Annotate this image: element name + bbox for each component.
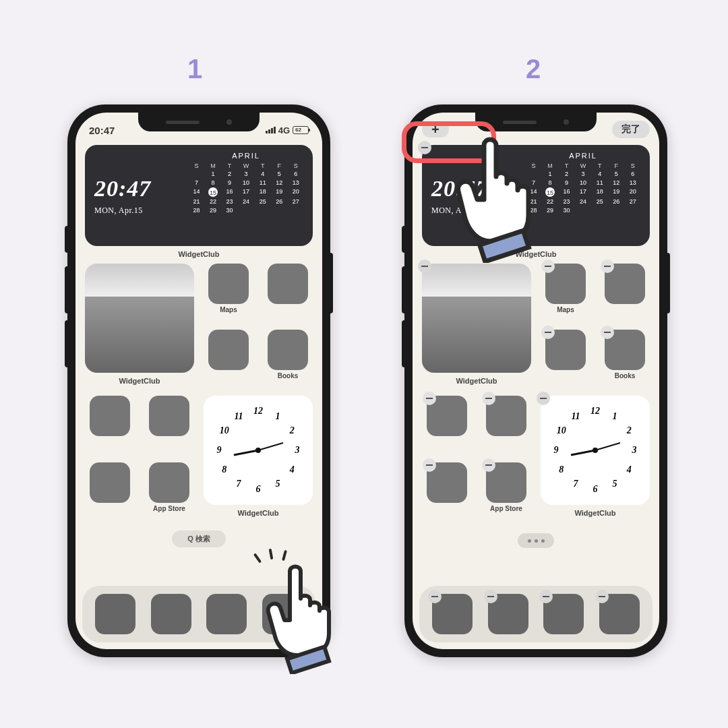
network-label: 4G — [278, 125, 290, 135]
widget-label-clock: WidgetClub — [204, 509, 313, 517]
dock-app-3[interactable] — [543, 594, 584, 634]
svg-line-4 — [571, 450, 595, 455]
app-icon-1[interactable] — [600, 264, 650, 324]
pointer-hand-icon — [445, 135, 559, 263]
delete-badge-icon[interactable] — [541, 326, 555, 339]
delete-badge-icon[interactable] — [482, 392, 495, 405]
app-books[interactable]: Books — [263, 330, 313, 390]
app-books[interactable]: Books — [600, 330, 650, 390]
app-appstore[interactable]: App Store — [144, 462, 194, 522]
svg-line-1 — [234, 450, 258, 455]
widget-time: 20:47 — [94, 176, 182, 202]
photo-widget-large[interactable] — [85, 264, 194, 373]
svg-line-2 — [258, 443, 283, 450]
page-dots[interactable] — [518, 533, 554, 548]
widget-date: MON, Apr.15 — [94, 206, 182, 216]
app-maps[interactable]: Maps — [541, 264, 590, 324]
app-icon-4[interactable] — [481, 396, 531, 456]
widget-label-photo: WidgetClub — [422, 377, 531, 385]
dock-app-2[interactable] — [151, 594, 191, 634]
delete-badge-icon[interactable] — [428, 590, 442, 603]
delete-badge-icon[interactable] — [484, 590, 497, 603]
calendar-widget[interactable]: 20:47 MON, Apr.15 APRIL SMTWTFS 123456 7… — [85, 145, 313, 246]
app-icon-5[interactable] — [422, 462, 472, 522]
clock-widget[interactable]: 121234567891011 — [541, 396, 650, 505]
app-icon-4[interactable] — [144, 396, 194, 456]
app-icon-3[interactable] — [85, 396, 135, 456]
clock-widget[interactable]: 121234567891011 — [204, 396, 313, 505]
widget-month: APRIL — [189, 152, 303, 160]
dock-app-1[interactable] — [432, 594, 473, 634]
pointer-hand-icon — [256, 559, 357, 674]
app-icon-5[interactable] — [85, 462, 135, 522]
done-button[interactable]: 完了 — [612, 121, 650, 138]
battery-icon: 62 — [293, 126, 309, 134]
status-time: 20:47 — [89, 125, 115, 136]
dock — [419, 586, 653, 642]
notch — [138, 113, 260, 131]
delete-badge-icon[interactable] — [539, 590, 553, 603]
photo-widget-large[interactable] — [422, 264, 531, 373]
delete-badge-icon[interactable] — [601, 326, 614, 339]
app-maps[interactable]: Maps — [204, 264, 253, 324]
calendar-grid: SMTWTFS 123456 78910111213 1415161718192… — [189, 162, 303, 214]
app-appstore[interactable]: App Store — [481, 462, 531, 522]
dock-app-3[interactable] — [206, 594, 247, 634]
app-icon-2[interactable] — [204, 330, 253, 390]
delete-badge-icon[interactable] — [595, 590, 609, 603]
delete-badge-icon[interactable] — [601, 260, 614, 273]
widget-label-calendar: WidgetClub — [85, 250, 313, 258]
app-icon-1[interactable] — [263, 264, 313, 324]
step-number-2: 2 — [526, 54, 541, 84]
signal-icon — [266, 127, 276, 133]
dock-app-1[interactable] — [95, 594, 135, 634]
app-icon-2[interactable] — [541, 330, 590, 390]
calendar-today: 15 — [208, 187, 218, 197]
delete-badge-icon[interactable] — [482, 458, 495, 472]
delete-badge-icon[interactable] — [423, 392, 436, 405]
delete-badge-icon[interactable] — [537, 392, 550, 405]
widget-label-photo: WidgetClub — [85, 377, 194, 385]
delete-badge-icon[interactable] — [418, 260, 431, 273]
dock-app-2[interactable] — [488, 594, 528, 634]
delete-badge-icon[interactable] — [423, 458, 436, 472]
widget-label-clock: WidgetClub — [541, 509, 650, 517]
spotlight-search[interactable]: Q 検索 — [172, 530, 226, 547]
app-icon-3[interactable] — [422, 396, 472, 456]
dock-app-4[interactable] — [599, 594, 640, 634]
search-icon: Q — [187, 535, 193, 543]
svg-line-5 — [595, 443, 620, 450]
step-number-1: 1 — [187, 54, 202, 84]
